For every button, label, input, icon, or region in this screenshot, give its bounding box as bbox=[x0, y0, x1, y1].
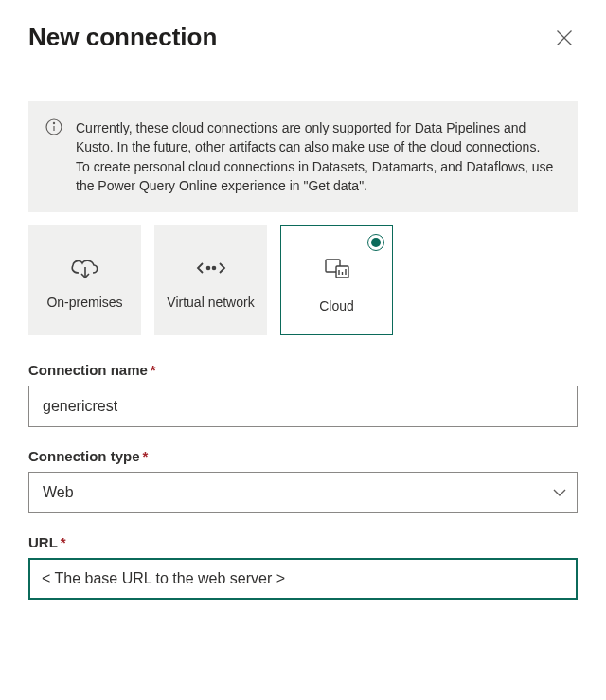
tile-cloud[interactable]: Cloud bbox=[280, 225, 393, 335]
connection-type-select[interactable]: Web bbox=[28, 472, 578, 513]
close-icon bbox=[556, 29, 573, 46]
url-group: URL* bbox=[28, 534, 578, 600]
tile-label: On-premises bbox=[41, 295, 128, 312]
url-label: URL* bbox=[28, 534, 578, 550]
connection-mode-tiles: On-premises Virtual network Cloud bbox=[28, 225, 578, 335]
cloud-data-icon bbox=[321, 255, 353, 281]
page-title: New connection bbox=[28, 23, 217, 52]
tile-on-premises[interactable]: On-premises bbox=[28, 225, 141, 335]
connection-name-label: Connection name* bbox=[28, 362, 578, 378]
close-button[interactable] bbox=[551, 25, 578, 51]
connection-name-group: Connection name* bbox=[28, 362, 578, 427]
cloud-download-icon bbox=[69, 255, 101, 281]
required-star-icon: * bbox=[151, 362, 156, 378]
tile-virtual-network[interactable]: Virtual network bbox=[154, 225, 267, 335]
info-banner-text: Currently, these cloud connections are o… bbox=[76, 120, 553, 193]
svg-point-7 bbox=[212, 267, 215, 270]
connection-name-input[interactable] bbox=[28, 386, 578, 427]
connection-type-label: Connection type* bbox=[28, 448, 578, 464]
required-star-icon: * bbox=[61, 534, 66, 550]
tile-label: Virtual network bbox=[161, 295, 259, 312]
virtual-network-icon bbox=[195, 255, 227, 281]
info-banner: Currently, these cloud connections are o… bbox=[28, 101, 578, 212]
tile-label: Cloud bbox=[313, 295, 360, 315]
svg-point-4 bbox=[53, 122, 54, 123]
svg-point-6 bbox=[206, 267, 209, 270]
info-icon bbox=[45, 118, 62, 135]
url-input[interactable] bbox=[28, 558, 578, 600]
connection-type-group: Connection type* Web bbox=[28, 448, 578, 513]
required-star-icon: * bbox=[143, 448, 149, 464]
selected-radio-icon bbox=[367, 234, 384, 251]
